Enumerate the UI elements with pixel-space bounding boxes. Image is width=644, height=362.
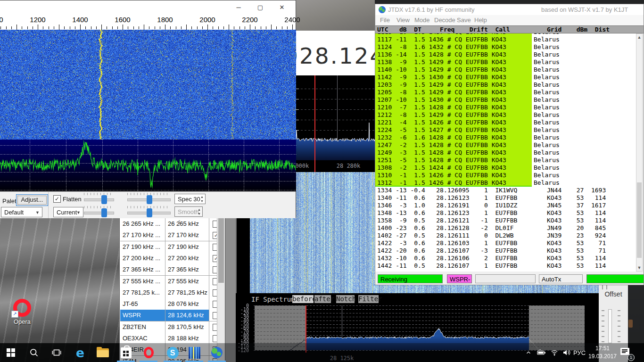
memory-row[interactable]: ZB2TEN28 170,5 kHz [120,321,218,333]
memory-name[interactable]: 27 170 kHz ... [120,230,165,241]
decode-row[interactable]: 1422 -20 0.6 28.126107 -3 EU7FBB KO43 53… [375,247,636,255]
memory-frequency[interactable]: 28 076 kHz [165,298,209,310]
decode-row[interactable]: 1247 -2 1.5 1428 # CQ EU7FBB KO43Belarus [375,141,636,149]
tray-expand-button[interactable] [521,343,536,362]
decode-row[interactable]: 1207 -10 1.5 1430 # CQ EU7FBB KO43Belaru… [375,96,636,104]
decode-row[interactable]: 1117 -11 1.5 1436 # CQ EU7FBB KO43Belaru… [375,36,636,43]
decode-row[interactable]: 1136 -14 1.5 1428 # CQ EU7FBB KO43Belaru… [375,51,636,58]
memory-name[interactable]: 27 555 kHz ... [120,276,165,287]
palette-combobox[interactable]: Default▼ [1,207,42,217]
edge-button[interactable]: e [70,343,91,362]
decode-row[interactable]: 1312 -1 1.5 1426 # CQ EU7FBB KO43Belarus [375,179,636,187]
waterfall-zero-slider[interactable] [127,198,171,201]
if-filter-button[interactable]: Filter [358,295,379,303]
opera-taskbar-button[interactable] [138,343,159,362]
store-button[interactable] [116,343,136,362]
wide-graph-titlebar[interactable]: ─ ▢ ✕ [0,0,296,15]
opera-desktop-shortcut[interactable]: ↗ Opera [5,299,40,330]
decode-row[interactable]: 1203 -9 1.5 1429 # CQ EU7FBB KO43Belarus [375,81,636,89]
decode-row[interactable]: 1142 -9 1.5 1430 # CQ EU7FBB KO43Belarus [375,74,636,81]
offset-slider[interactable] [608,309,612,343]
flatten-checkbox[interactable]: ✓ [53,195,61,203]
memory-list-scrollbar[interactable] [217,215,225,362]
waterfall-gain-slider[interactable] [84,198,114,201]
decode-row[interactable]: 1249 -3 1.5 1428 # CQ EU7FBB KO43Belarus [375,149,636,156]
memory-frequency[interactable]: 28 188 kHz [165,333,209,344]
spectrum-zero-slider[interactable] [127,212,171,214]
sdr-app-button[interactable] [184,343,205,362]
menu-mode[interactable]: Mode [414,16,430,24]
memory-frequency[interactable]: 28 170,5 kHz [165,321,209,333]
memory-frequency[interactable]: 27 190 kHz [165,241,209,253]
search-button[interactable] [24,343,44,362]
memory-frequency[interactable]: 27 170 kHz [165,230,209,241]
decode-row[interactable]: 1212 -8 1.5 1429 # CQ EU7FBB KO43Belarus [375,111,636,119]
decode-row[interactable]: 1224 -5 1.5 1427 # CQ EU7FBB KO43Belarus [375,126,636,134]
task-view-button[interactable] [46,343,67,362]
memory-row[interactable]: 27 190 kHz ...27 190 kHz [120,241,218,253]
close-button[interactable]: ✕ [277,2,287,13]
autotx-button[interactable]: AutoTx Disarmed [539,274,583,283]
memory-name[interactable]: 27 365 kHz ... [120,264,165,275]
maximize-button[interactable]: ▢ [255,2,265,13]
scroll-up-icon[interactable]: ▲ [636,34,642,41]
decode-row[interactable]: 1210 -7 1.5 1428 # CQ EU7FBB KO43Belarus [375,104,636,111]
if-before-button[interactable]: before [292,295,314,303]
memory-frequency[interactable]: 26 265 kHz [165,218,209,230]
action-center-button[interactable] [620,348,629,355]
memory-row[interactable]: 27 170 kHz ...27 170 kHz✓ [120,230,218,241]
battery-indicator[interactable] [535,343,549,362]
decode-row[interactable]: 1334 -13 -0.4 28.126095 1 IK1WVQ JN44 27… [375,187,636,194]
spectrum-gain-slider[interactable] [84,212,114,214]
decode-row[interactable]: 1205 -8 1.5 1429 # CQ EU7FBB KO43Belarus [375,89,636,96]
memory-frequency[interactable]: 27 200 kHz [165,253,209,264]
decode-row[interactable]: 1138 -9 1.5 1429 # CQ EU7FBB KO43Belarus [375,58,636,66]
memory-name[interactable]: ZB2TEN [120,321,165,333]
jtdx-titlebar[interactable]: JTDX v17.6.1 by HF community based on WS… [375,4,644,15]
memory-frequency[interactable]: 27 365 kHz [165,264,209,275]
memory-frequency[interactable]: 27 781,25 kHz [165,287,209,298]
menu-save[interactable]: Save [457,16,471,24]
decode-row[interactable]: 1232 -6 1.6 1428 # CQ EU7FBB KO43Belarus [375,134,636,141]
decode-row[interactable]: 1422 -3 0.6 28.126103 1 EU7FBB KO43 53 7… [375,239,636,247]
memory-name[interactable]: 27 200 kHz ... [120,253,165,264]
language-indicator[interactable]: РУС [573,349,586,356]
memory-row[interactable]: WSPR28 124,6 kHz [120,310,218,321]
memory-row[interactable]: 27 365 kHz ...27 365 kHz [120,264,218,276]
scroll-down-icon[interactable]: ▼ [636,264,642,271]
data-source-combobox[interactable]: Current▼ [53,207,83,217]
menu-help[interactable]: Help [474,16,487,24]
menu-decode[interactable]: Decode [434,16,455,24]
adjust-button[interactable]: Adjust... [16,194,48,206]
decode-row[interactable]: 1346 -3 1.0 28.126191 0 IU1DZZ JN45 37 1… [375,202,636,209]
decode-row[interactable]: 1140 -10 1.5 1429 # CQ EU7FBB KO43Belaru… [375,66,636,74]
memory-row[interactable]: 27 781,25 k...27 781,25 kHz [120,287,218,299]
smooth-spinbox[interactable]: Smooth 1▲▼ [174,206,203,217]
decode-row[interactable]: 1402 -27 0.5 28.126111 0 DL2WB JN39 23 9… [375,232,636,239]
decode-row[interactable]: 1442 -11 0.5 28.126107 1 EU7FBB KO43 53 … [375,262,636,270]
memory-frequency[interactable]: 27 555 kHz [165,276,209,287]
memory-name[interactable]: 27 781,25 k... [120,287,165,298]
memory-name[interactable]: 26 265 kHz ... [120,218,165,230]
if-notch-button[interactable]: Notch [336,295,355,303]
decode-row[interactable]: 1400 -23 0.6 28.126128 -2 DL0IF JN49 20 … [375,224,636,232]
decode-row[interactable]: 1221 -4 1.5 1426 # CQ EU7FBB KO43Belarus [375,119,636,126]
memory-frequency[interactable]: 28 124,6 kHz [165,310,209,321]
decode-row[interactable]: 1340 -11 0.6 28.126123 1 EU7FBB KO43 53 … [375,194,636,202]
memory-row[interactable]: 27 555 kHz ...27 555 kHz [120,276,218,288]
decode-table-scrollbar[interactable]: ▲ ▼ [636,33,643,272]
skype-button[interactable]: S [162,343,183,362]
decode-row[interactable]: 1251 -5 1.5 1428 # CQ EU7FBB KO43Belarus [375,156,636,164]
decode-row[interactable]: 1348 -13 0.6 28.126123 1 EU7FBB KO43 53 … [375,209,636,217]
spec-percent-spinbox[interactable]: Spec 30 %▲▼ [174,194,206,204]
memory-row[interactable]: JT-6528 076 kHz [120,298,218,310]
decode-row[interactable]: 1432 -10 0.6 28.126106 2 EU7FBB KO43 53 … [375,255,636,262]
menu-file[interactable]: File [380,16,390,24]
memory-name[interactable]: OE3XAC [120,333,165,344]
decode-row[interactable]: 1308 -2 1.5 1424 # CQ EU7FBB KO43Belarus [375,164,636,172]
memory-row[interactable]: 26 265 kHz ...26 265 kHz [120,218,218,230]
volume-indicator[interactable] [560,343,574,362]
decode-row[interactable]: 1124 -8 1.6 1432 # CQ EU7FBB KO43Belarus [375,43,636,51]
start-button[interactable] [0,343,21,362]
memory-name[interactable]: 27 190 kHz ... [120,241,165,253]
